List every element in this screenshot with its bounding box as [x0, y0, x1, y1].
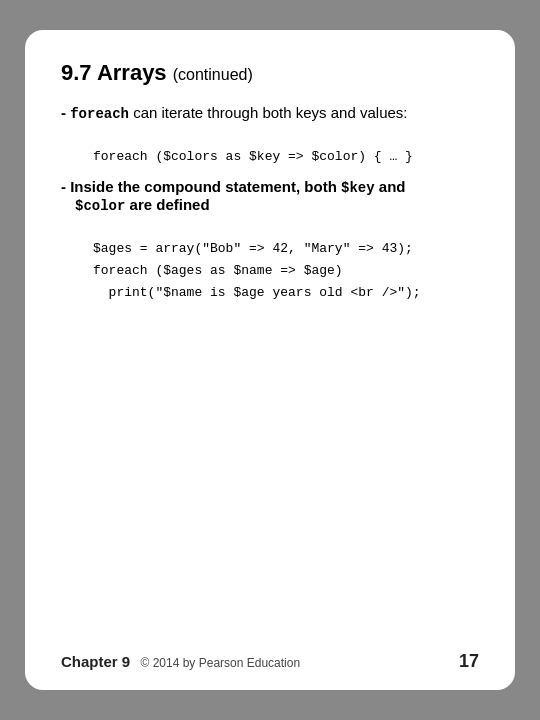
footer: Chapter 9 © 2014 by Pearson Education 17 — [61, 651, 479, 672]
footer-left: Chapter 9 © 2014 by Pearson Education — [61, 653, 300, 670]
bullet1-text: can iterate through both keys and values… — [129, 104, 408, 121]
page-number: 17 — [459, 651, 479, 672]
key-var: $key — [341, 180, 375, 196]
code-line-foreach-colors: foreach ($colors as $key => $color) { … … — [93, 149, 413, 164]
title-main: Arrays — [97, 60, 167, 85]
code-block-foreach-colors: foreach ($colors as $key => $color) { … … — [93, 146, 479, 168]
code-line-ages-print: print("$name is $age years old <br />"); — [93, 282, 479, 304]
bullet2-text-bold: Inside the compound statement, both — [70, 178, 341, 195]
bullet-compound-statement: - Inside the compound statement, both $k… — [61, 178, 479, 214]
copyright-text: © 2014 by Pearson Education — [134, 656, 300, 670]
code-block-ages: $ages = array("Bob" => 42, "Mary" => 43)… — [93, 238, 479, 304]
code-line-ages-array: $ages = array("Bob" => 42, "Mary" => 43)… — [93, 238, 479, 260]
slide-title: 9.7 Arrays (continued) — [61, 60, 479, 86]
section-number: 9.7 — [61, 60, 92, 85]
code-line-ages-foreach: foreach ($ages as $name => $age) — [93, 260, 479, 282]
foreach-keyword: foreach — [70, 106, 129, 122]
bullet2-text-end: are defined — [125, 196, 209, 213]
color-var: $color — [75, 198, 125, 214]
chapter-label: Chapter 9 — [61, 653, 130, 670]
title-continuation: (continued) — [173, 66, 253, 83]
slide: 9.7 Arrays (continued) - foreach can ite… — [25, 30, 515, 690]
bullet-foreach-intro: - foreach can iterate through both keys … — [61, 104, 479, 122]
